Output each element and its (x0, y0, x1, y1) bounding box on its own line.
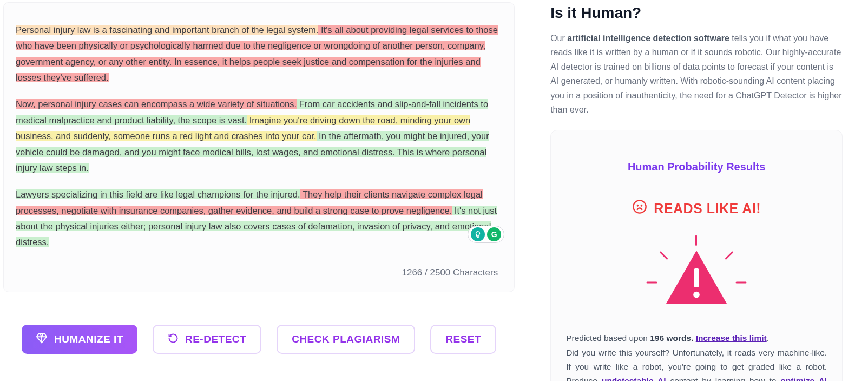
ray-icon (695, 235, 697, 246)
verdict-line: READS LIKE AI! (566, 199, 827, 218)
paragraph-1: Personal injury law is a fascinating and… (16, 22, 502, 86)
prediction-text: Predicted based upon 196 words. Increase… (566, 331, 827, 381)
verdict-text: READS LIKE AI! (654, 201, 761, 216)
diamond-icon (36, 332, 48, 347)
text-editor[interactable]: Personal injury law is a fascinating and… (3, 2, 515, 292)
undetectable-ai-link[interactable]: undetectable AI (602, 376, 666, 381)
svg-point-0 (634, 201, 646, 213)
warning-graphic (659, 239, 734, 315)
sentence: Personal injury law is a fascinating and… (16, 25, 318, 35)
paragraph-2: Now, personal injury cases can encompass… (16, 96, 502, 176)
left-column: Personal injury law is a fascinating and… (0, 0, 518, 381)
reset-button[interactable]: RESET (430, 325, 496, 354)
svg-rect-1 (694, 268, 699, 287)
sentence: Now, personal injury cases can encompass… (16, 99, 297, 109)
sentence: Lawyers specializing in this field are l… (16, 189, 300, 199)
button-label: RE-DETECT (185, 333, 246, 345)
button-label: RESET (445, 333, 481, 345)
increase-limit-link[interactable]: Increase this limit (696, 333, 767, 343)
paragraph-3: Lawyers specializing in this field are l… (16, 187, 502, 250)
sad-face-icon (632, 199, 647, 218)
action-buttons-row: HUMANIZE IT RE-DETECT CHECK PLAGIARISM R… (0, 292, 518, 354)
ray-icon (647, 282, 657, 284)
results-card: Human Probability Results READS LIKE AI! (550, 130, 843, 381)
humanize-button[interactable]: HUMANIZE IT (22, 325, 137, 354)
extension-badges[interactable]: G (468, 226, 504, 243)
character-counter: 1266 / 2500 Characters (402, 265, 498, 281)
redetect-button[interactable]: RE-DETECT (153, 325, 261, 354)
grammarly-icon[interactable]: G (487, 227, 501, 241)
button-label: CHECK PLAGIARISM (292, 333, 400, 345)
section-description: Our artificial intelligence detection so… (550, 31, 843, 117)
refresh-icon (168, 333, 179, 346)
check-plagiarism-button[interactable]: CHECK PLAGIARISM (277, 325, 415, 354)
ray-icon (736, 282, 747, 284)
right-column: Is it Human? Our artificial intelligence… (550, 0, 843, 381)
results-title: Human Probability Results (566, 161, 827, 173)
lightbulb-icon[interactable] (471, 227, 485, 241)
button-label: HUMANIZE IT (54, 333, 123, 345)
warning-triangle-icon (659, 239, 734, 315)
section-heading: Is it Human? (550, 4, 843, 22)
svg-point-2 (693, 292, 700, 298)
